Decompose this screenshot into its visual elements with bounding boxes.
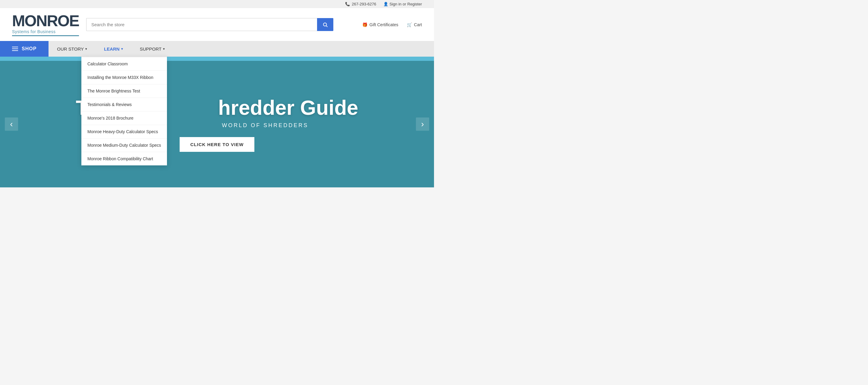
hero-section: The Ultimate Shredder Guide AN INTO THE … <box>0 61 434 187</box>
learn-label: LEARN <box>104 46 120 52</box>
logo-sub: Systems for Business <box>12 29 79 34</box>
gift-cert-label: Gift Certificates <box>370 22 398 27</box>
next-arrow[interactable]: › <box>416 118 429 131</box>
phone-number[interactable]: 267-293-6276 <box>352 2 376 6</box>
learn-dropdown-item[interactable]: Installing the Monroe M33X Ribbon <box>82 71 167 84</box>
learn-chevron: ▾ <box>121 47 123 51</box>
header-right: 🎁 Gift Certificates 🛒 Cart <box>362 22 422 27</box>
logo[interactable]: MONROE Systems for Business <box>12 13 79 36</box>
navigation: SHOP OUR STORY ▾ LEARN ▾ SUPPORT ▾ Calcu… <box>0 41 434 57</box>
hero-cta-button[interactable]: CLICK HERE TO VIEW <box>180 137 255 152</box>
search-input[interactable] <box>86 18 317 31</box>
prev-arrow[interactable]: ‹ <box>5 118 18 131</box>
our-story-label: OUR STORY <box>57 46 84 52</box>
cart-link[interactable]: 🛒 Cart <box>407 22 422 27</box>
or-separator: or <box>403 2 406 6</box>
search-icon <box>322 22 328 27</box>
cart-label: Cart <box>414 22 422 27</box>
learn-dropdown-item[interactable]: Monroe Medium-Duty Calculator Specs <box>82 138 167 152</box>
account-section: 👤 Sign in or Register <box>383 2 422 6</box>
learn-dropdown-item[interactable]: Monroe's 2018 Brochure <box>82 111 167 125</box>
support-chevron: ▾ <box>163 47 165 51</box>
search-container <box>86 18 333 31</box>
hamburger-icon <box>12 47 18 51</box>
search-button[interactable] <box>317 18 333 31</box>
top-bar: 📞 267-293-6276 👤 Sign in or Register <box>0 0 434 8</box>
our-story-chevron: ▾ <box>85 47 87 51</box>
learn-nav-item[interactable]: LEARN ▾ <box>96 41 131 57</box>
signin-link[interactable]: Sign in <box>390 2 401 6</box>
cart-icon: 🛒 <box>407 22 412 27</box>
learn-dropdown-item[interactable]: The Monroe Brightness Test <box>82 84 167 98</box>
register-link[interactable]: Register <box>407 2 422 6</box>
learn-dropdown-item[interactable]: Monroe Heavy-Duty Calculator Specs <box>82 125 167 138</box>
shop-label: SHOP <box>22 46 36 52</box>
logo-name: MONROE <box>12 13 79 29</box>
shop-nav-item[interactable]: SHOP <box>0 41 49 57</box>
user-icon: 👤 <box>383 2 388 6</box>
phone-section: 📞 267-293-6276 <box>345 2 376 6</box>
gift-certificates-link[interactable]: 🎁 Gift Certificates <box>362 22 398 27</box>
learn-dropdown-item[interactable]: Testimonials & Reviews <box>82 98 167 111</box>
header: MONROE Systems for Business 🎁 Gift Certi… <box>0 8 434 41</box>
svg-line-1 <box>326 26 327 27</box>
support-label: SUPPORT <box>140 46 161 52</box>
learn-dropdown: Calculator ClassroomInstalling the Monro… <box>82 57 167 165</box>
blue-accent-bar <box>0 57 434 61</box>
phone-icon: 📞 <box>345 2 350 6</box>
hero-cta-label: CLICK HERE TO VIEW <box>190 142 244 147</box>
our-story-nav-item[interactable]: OUR STORY ▾ <box>49 41 96 57</box>
support-nav-item[interactable]: SUPPORT ▾ <box>131 41 173 57</box>
gift-icon: 🎁 <box>362 22 367 27</box>
learn-dropdown-item[interactable]: Monroe Ribbon Compatibility Chart <box>82 152 167 165</box>
learn-dropdown-item[interactable]: Calculator Classroom <box>82 57 167 71</box>
logo-line <box>12 35 79 36</box>
svg-point-0 <box>323 23 327 26</box>
